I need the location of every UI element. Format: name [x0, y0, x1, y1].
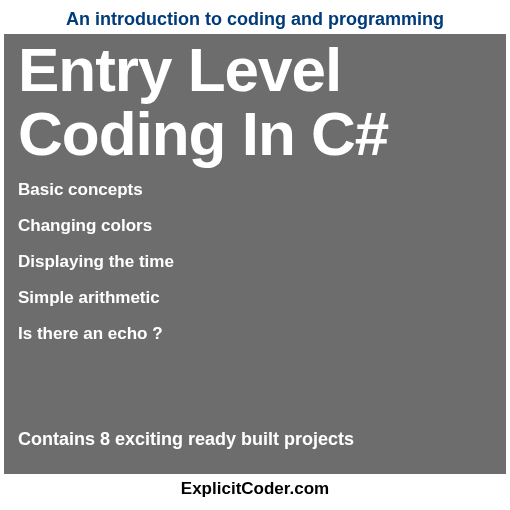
topic-item: Changing colors	[18, 216, 492, 236]
topic-list: Basic concepts Changing colors Displayin…	[18, 180, 492, 344]
title-line-2: Coding In C#	[18, 99, 388, 168]
topic-item: Basic concepts	[18, 180, 492, 200]
book-title: Entry Level Coding In C#	[18, 34, 492, 166]
title-line-1: Entry Level	[18, 35, 341, 104]
topic-item: Is there an echo ?	[18, 324, 492, 344]
footer-bar: ExplicitCoder.com	[4, 474, 506, 504]
header-bar: An introduction to coding and programmin…	[4, 4, 506, 34]
header-subtitle: An introduction to coding and programmin…	[66, 9, 444, 30]
tagline-text: Contains 8 exciting ready built projects	[18, 429, 354, 450]
brand-text: ExplicitCoder.com	[181, 479, 329, 499]
topic-item: Simple arithmetic	[18, 288, 492, 308]
main-panel: Entry Level Coding In C# Basic concepts …	[4, 34, 506, 474]
topic-item: Displaying the time	[18, 252, 492, 272]
cover-container: An introduction to coding and programmin…	[0, 0, 510, 510]
